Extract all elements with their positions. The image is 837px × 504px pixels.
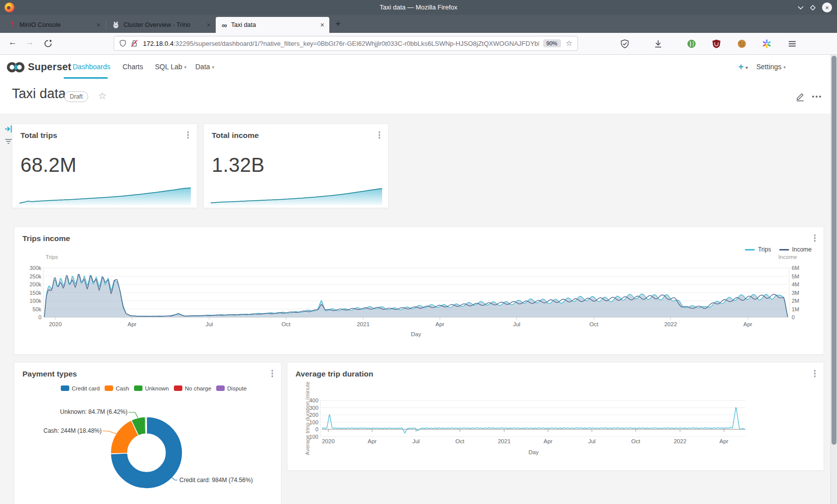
svg-text:0: 0 [315,426,318,432]
svg-text:5M: 5M [792,273,799,279]
chart-title: Total income [212,131,259,140]
svg-text:Apr: Apr [368,438,377,444]
svg-text:Oct: Oct [631,438,641,444]
svg-text:Oct: Oct [455,438,465,444]
cookie-extension-icon[interactable] [737,39,747,49]
chart-menu-kebab-icon[interactable] [187,134,189,136]
minimize-icon[interactable] [798,5,804,9]
svg-text:Apr: Apr [544,438,553,444]
svg-text:300: 300 [309,405,318,411]
superset-logo[interactable] [6,61,26,74]
card-total-trips: Total trips 68.2M [12,124,197,208]
chart-menu-kebab-icon[interactable] [379,134,381,136]
tab-label: MinIO Console [19,21,90,28]
tab-strip: MinIO Console × Cluster Overview - Trino… [0,15,837,33]
tab-trino[interactable]: Cluster Overview - Trino × [106,17,216,33]
svg-text:3M: 3M [792,290,799,296]
svg-text:300k: 300k [29,265,41,271]
window-titlebar: Taxi data — Mozilla Firefox × [0,0,837,15]
svg-text:Apr: Apr [435,321,444,327]
more-actions-icon[interactable] [812,96,814,98]
chart-title: Total trips [20,131,57,140]
scrollbar-thumb[interactable] [832,56,837,445]
tab-taxi-data[interactable]: ∞ Taxi data × [216,17,329,33]
svg-text:Apr: Apr [743,321,752,327]
reload-button[interactable] [44,39,52,48]
svg-text:200k: 200k [29,281,41,287]
privacy-badger-extension-icon[interactable] [687,39,697,49]
tab-close-icon[interactable]: × [320,21,324,29]
minio-favicon [8,21,15,28]
bookmark-star-icon[interactable]: ☆ [566,39,572,48]
menu-hamburger-icon[interactable] [787,39,797,49]
url-bar[interactable]: 172.18.0.4:32295/superset/dashboard/1/?n… [114,36,578,51]
superset-brand[interactable]: Superset [28,61,71,73]
svg-text:6M: 6M [792,265,799,271]
svg-text:2022: 2022 [674,438,687,444]
nav-add-button[interactable]: +▾ [738,62,748,72]
svg-text:Jul: Jul [513,321,521,327]
svg-text:Income: Income [778,254,797,260]
pinwheel-extension-icon[interactable] [762,39,772,49]
total-trips-sparkline [19,183,191,206]
big-number-value: 1.32B [212,154,265,176]
trips-income-chart: 300k6M250k5M200k4M150k3M100k2M50k1M00Tri… [14,227,824,354]
svg-text:150k: 150k [29,290,41,296]
svg-text:Average trinp duration (minute: Average trinp duration (minute [304,381,310,455]
card-total-income: Total income 1.32B [203,124,389,208]
dashboard-header: Taxi data Draft ☆ [0,79,837,114]
chevron-down-icon: ▾ [212,65,215,70]
svg-text:Apr: Apr [719,438,728,444]
browser-window: Taxi data — Mozilla Firefox × MinIO Cons… [0,0,837,504]
tab-close-icon[interactable]: × [97,21,101,29]
new-tab-button[interactable]: + [335,18,341,29]
svg-text:0: 0 [38,314,41,320]
favorite-star-icon[interactable]: ☆ [98,90,107,102]
svg-text:400: 400 [309,397,318,403]
ublock-origin-extension-icon[interactable] [711,39,721,49]
edit-pencil-icon[interactable] [795,92,805,102]
svg-text:Apr: Apr [128,321,137,327]
svg-text:4M: 4M [792,281,799,287]
nav-sql-lab[interactable]: SQL Lab▾ [155,63,186,71]
svg-text:Oct: Oct [281,321,291,327]
svg-text:Jul: Jul [413,438,420,444]
download-icon[interactable] [653,39,663,49]
window-title: Taxi data — Mozilla Firefox [0,0,837,15]
nav-data[interactable]: Data▾ [195,63,214,71]
svg-text:50k: 50k [32,306,41,312]
nav-dashboards[interactable]: Dashboards [73,63,111,71]
svg-text:250k: 250k [29,273,41,279]
scrollbar-track[interactable] [831,55,837,504]
avg-trip-duration-chart: 4003002001000-100Average trinp duration … [287,363,824,470]
superset-favicon: ∞ [222,21,227,29]
chevron-down-icon: ▾ [746,65,748,70]
protections-shield-icon[interactable] [620,39,630,49]
tab-minio-console[interactable]: MinIO Console × [2,17,106,33]
svg-text:Cash: 244M (18.48%): Cash: 244M (18.48%) [43,427,102,434]
svg-text:200: 200 [309,412,318,418]
browser-toolbar: ← → 172.18.0.4:32295/superset/dashboard/… [0,33,837,55]
page-title: Taxi data [12,86,66,102]
svg-text:2M: 2M [792,298,799,304]
svg-text:0: 0 [792,314,795,320]
insecure-lock-icon[interactable] [131,39,138,47]
nav-settings[interactable]: Settings▾ [756,63,786,71]
big-number-value: 68.2M [20,154,77,176]
chevron-down-icon: ▾ [784,65,786,70]
payment-types-donut-chart: Unknown: 84.7M (6.42%)Cash: 244M (18.48%… [14,363,281,504]
svg-text:Credit card: 984M (74.56%): Credit card: 984M (74.56%) [179,477,253,484]
svg-text:Jul: Jul [588,438,596,444]
svg-text:Day: Day [529,449,539,455]
maximize-icon[interactable] [810,5,816,10]
tracking-shield-icon[interactable] [119,39,127,47]
back-button[interactable]: ← [8,37,17,47]
total-income-sparkline [211,183,382,206]
forward-button[interactable]: → [25,37,34,47]
nav-charts[interactable]: Charts [123,63,143,71]
zoom-level-badge[interactable]: 90% [543,39,561,47]
trino-favicon [112,21,120,29]
close-window-icon[interactable]: × [822,2,832,12]
svg-text:100k: 100k [29,298,41,304]
tab-close-icon[interactable]: × [207,21,211,29]
